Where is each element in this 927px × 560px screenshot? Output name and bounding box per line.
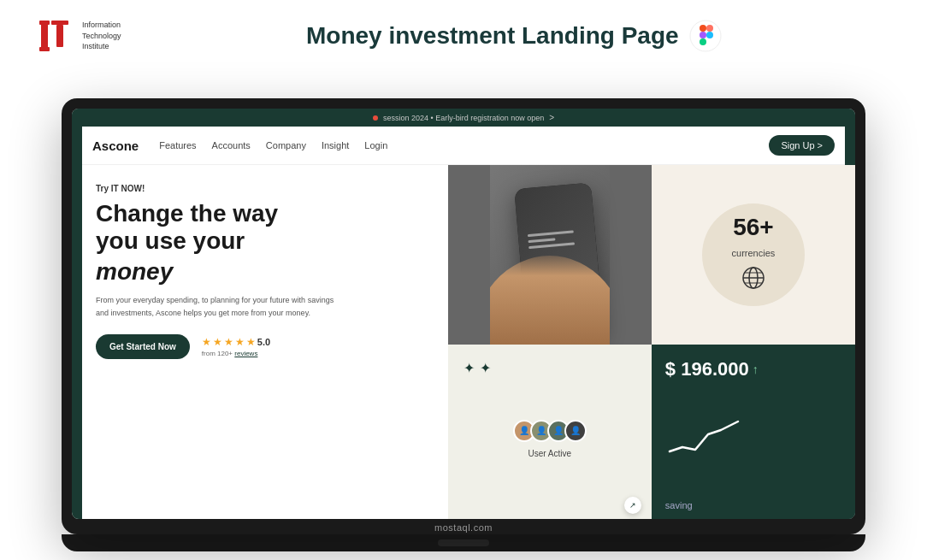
nav-features[interactable]: Features (159, 140, 196, 150)
figma-icon (689, 20, 722, 52)
notification-dot (373, 115, 378, 121)
laptop-bottom (62, 534, 865, 551)
star-rating: ★ ★ ★ ★ ★ 5.0 (202, 336, 270, 348)
watermark: mostaql.com (434, 522, 493, 533)
avatar-4: 👤 (564, 420, 587, 442)
currencies-count: 56+ (733, 214, 774, 241)
page-title-area: Money investment Landing Page (135, 20, 893, 52)
laptop-screen: session 2024 • Early-bird registration n… (72, 109, 855, 519)
avatars-row: 👤 👤 👤 👤 (513, 420, 587, 442)
notification-bar: session 2024 • Early-bird registration n… (72, 109, 855, 127)
star-4: ★ (235, 336, 245, 348)
laptop-notch (438, 539, 489, 546)
svg-rect-0 (41, 21, 48, 51)
iti-logo-icon (34, 15, 75, 56)
notif-arrow: > (549, 113, 554, 122)
nav-accounts[interactable]: Accounts (212, 140, 251, 150)
landing-left: Try IT NOW! Change the way you use your … (72, 165, 448, 519)
hero-description: From your everyday spending, to planning… (96, 294, 335, 319)
nav-insight[interactable]: Insight (322, 140, 349, 150)
star-3: ★ (224, 336, 233, 348)
laptop-outer: session 2024 • Early-bird registration n… (62, 98, 865, 534)
landing-nav: Ascone Features Accounts Company Insight… (72, 127, 855, 165)
saving-label: saving (665, 500, 693, 510)
cell-saving: $ 196.000 ↑ saving (652, 345, 855, 519)
hero-title-italic: money (96, 258, 424, 286)
nav-links: Features Accounts Company Insight Login (159, 140, 769, 150)
cell-currencies: 56+ currencies (652, 165, 855, 345)
svg-point-9 (706, 32, 713, 38)
nav-company[interactable]: Company (266, 140, 306, 150)
user-active-label: User Active (528, 449, 571, 458)
page-wrapper: Information Technology Institute Money i… (0, 0, 927, 560)
cell-user: ✦ ✦ 👤 👤 👤 👤 ↗ User Active (448, 345, 652, 519)
top-section: Information Technology Institute Money i… (0, 0, 927, 65)
page-title: Money investment Landing Page (306, 22, 679, 50)
svg-rect-3 (51, 21, 68, 25)
sparkles: ✦ ✦ (464, 360, 491, 376)
svg-rect-2 (39, 47, 50, 51)
laptop-container: session 2024 • Early-bird registration n… (62, 98, 865, 551)
nav-signup-button[interactable]: Sign Up > (769, 135, 835, 156)
svg-rect-6 (700, 25, 706, 32)
logo-area: Information Technology Institute (34, 15, 121, 56)
star-1: ★ (202, 336, 211, 348)
cta-row: Get Started Now ★ ★ ★ ★ ★ 5.0 (96, 334, 424, 359)
cell-phone (448, 165, 652, 345)
star-2: ★ (213, 336, 222, 348)
reviews-text: from 120+ reviews (202, 350, 270, 357)
reviews-link[interactable]: reviews (234, 350, 257, 357)
get-started-button[interactable]: Get Started Now (96, 334, 190, 359)
rating-area: ★ ★ ★ ★ ★ 5.0 from 120+ reviews (202, 336, 270, 357)
user-active-badge: ↗ (624, 497, 641, 514)
globe-icon (741, 265, 766, 296)
sparkle-1: ✦ (464, 360, 475, 376)
try-label: Try IT NOW! (96, 184, 424, 193)
svg-rect-4 (56, 25, 63, 47)
logo-text: Information Technology Institute (82, 20, 121, 52)
landing-main: Try IT NOW! Change the way you use your … (72, 165, 855, 519)
hero-title: Change the way you use your (96, 200, 424, 255)
rating-score: 5.0 (257, 337, 270, 347)
notification-text: session 2024 • Early-bird registration n… (383, 114, 544, 122)
svg-rect-1 (39, 21, 50, 25)
star-5: ★ (246, 336, 256, 348)
trend-chart (665, 417, 742, 463)
currencies-label: currencies (732, 248, 776, 258)
svg-rect-8 (700, 32, 706, 38)
nav-login[interactable]: Login (364, 140, 387, 150)
landing-right: 56+ currencies (448, 165, 855, 519)
brand-name: Ascone (92, 139, 139, 153)
arrow-up-icon: ↑ (753, 363, 759, 376)
amount-value: $ 196.000 (665, 358, 749, 380)
amount-row: $ 196.000 ↑ (665, 358, 759, 380)
svg-rect-7 (706, 25, 713, 32)
svg-rect-10 (700, 38, 706, 45)
sparkle-2: ✦ (480, 360, 491, 376)
